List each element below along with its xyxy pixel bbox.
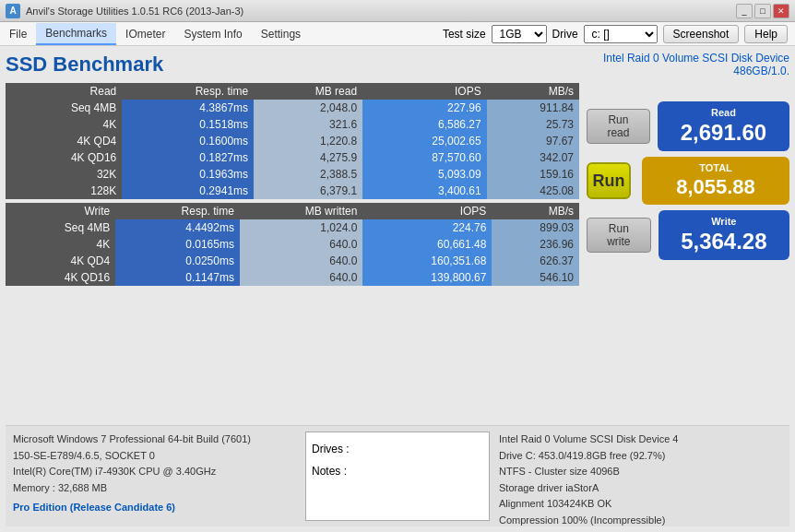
benchmark-area: Read Resp. time MB read IOPS MB/s Seq 4M…	[6, 83, 789, 420]
col-resp-time-read: Resp. time	[122, 83, 254, 100]
total-score-value: 8,055.88	[657, 175, 775, 199]
drive-select[interactable]: c: []	[584, 25, 658, 43]
sys-info-line: 150-SE-E789/4.6.5, SOCKET 0	[13, 448, 296, 465]
write-score-label: Write	[673, 216, 775, 227]
write-score-box: Write 5,364.28	[659, 210, 789, 260]
run-read-button[interactable]: Run read	[587, 109, 650, 144]
test-size-select[interactable]: 1GB	[492, 25, 547, 43]
drive-label: Drive	[552, 28, 578, 41]
ssd-title: SSD Benchmark	[6, 53, 163, 77]
total-container: TOTAL 8,055.88	[642, 157, 789, 205]
device-info-line: Storage driver iaStorA	[499, 480, 782, 497]
right-panel: Run read Read 2,691.60 Run TOTAL 8,055.8…	[587, 83, 789, 420]
write-score-value: 5,364.28	[673, 229, 775, 254]
minimize-button[interactable]: _	[736, 4, 753, 18]
device-info-bottom: Intel Raid 0 Volume SCSI Disk Device 4Dr…	[490, 432, 782, 521]
titlebar-title: Anvil's Storage Utilities 1.0.51 RC6 (20…	[26, 6, 243, 17]
menubar: File Benchmarks IOmeter System Info Sett…	[0, 22, 795, 46]
run-button[interactable]: Run	[587, 162, 631, 199]
drives-notes-box[interactable]: Drives : Notes :	[305, 432, 490, 521]
device-info-line: NTFS - Cluster size 4096B	[499, 464, 782, 480]
table-row: 128K0.2941ms6,379.13,400.61425.08	[6, 183, 579, 199]
col-iops-read: IOPS	[362, 83, 487, 100]
menu-iometer[interactable]: IOmeter	[116, 24, 174, 44]
close-button[interactable]: ✕	[773, 4, 789, 18]
sys-info: Microsoft Windows 7 Professional 64-bit …	[13, 432, 305, 521]
table-row: 4K QD160.1827ms4,275.987,570.60342.07	[6, 149, 579, 166]
read-score-row: Run read Read 2,691.60	[587, 101, 789, 151]
total-score-label: TOTAL	[657, 162, 775, 173]
table-row: 4K QD160.1147ms640.0139,800.67546.10	[6, 269, 579, 286]
read-score-label: Read	[672, 107, 775, 118]
sys-info-line: Memory : 32,688 MB	[13, 480, 296, 497]
table-row: 4K QD40.1600ms1,220.825,002.6597.67	[6, 133, 579, 149]
notes-label: Notes :	[312, 460, 483, 482]
device-info: Intel Raid 0 Volume SCSI Disk Device 486…	[603, 52, 789, 77]
sys-info-lines: Microsoft Windows 7 Professional 64-bit …	[13, 432, 296, 496]
menu-benchmarks[interactable]: Benchmarks	[36, 23, 116, 45]
table-row: 4K QD40.0250ms640.0160,351.68626.37	[6, 253, 579, 269]
device-info-lines: Intel Raid 0 Volume SCSI Disk Device 4Dr…	[499, 432, 782, 529]
titlebar-controls[interactable]: _ □ ✕	[736, 4, 789, 18]
read-score-value: 2,691.60	[672, 120, 775, 146]
titlebar-left: A Anvil's Storage Utilities 1.0.51 RC6 (…	[6, 4, 243, 18]
col-read: Read	[6, 83, 122, 100]
col-iops-write: IOPS	[362, 203, 492, 219]
sys-info-line: Intel(R) Core(TM) i7-4930K CPU @ 3.40GHz	[13, 464, 296, 480]
bottom-bar: Microsoft Windows 7 Professional 64-bit …	[6, 425, 789, 526]
device-info-line: Intel Raid 0 Volume SCSI Disk Device 4	[499, 432, 782, 448]
write-score-row: Run write Write 5,364.28	[587, 210, 789, 260]
maximize-button[interactable]: □	[754, 4, 771, 18]
col-resp-time-write: Resp. time	[115, 203, 240, 219]
menu-system-info[interactable]: System Info	[174, 24, 251, 44]
col-write: Write	[6, 203, 115, 219]
table-row: 4K0.1518ms321.66,586.2725.73	[6, 116, 579, 133]
help-button[interactable]: Help	[744, 25, 788, 43]
col-mbs-write: MB/s	[492, 203, 579, 219]
total-score-box: TOTAL 8,055.88	[642, 157, 789, 205]
ssd-header: SSD Benchmark Intel Raid 0 Volume SCSI D…	[6, 52, 789, 77]
table-row: 32K0.1963ms2,388.55,093.09159.16	[6, 166, 579, 183]
col-mb-read: MB read	[254, 83, 362, 100]
read-score-box: Read 2,691.60	[658, 101, 789, 151]
table-row: Seq 4MB4.4492ms1,024.0224.76899.03	[6, 219, 579, 236]
drives-label: Drives :	[312, 438, 483, 460]
screenshot-button[interactable]: Screenshot	[663, 25, 740, 43]
menu-settings[interactable]: Settings	[252, 24, 310, 44]
table-area: Read Resp. time MB read IOPS MB/s Seq 4M…	[6, 83, 579, 420]
device-info-line: Alignment 103424KB OK	[499, 496, 782, 513]
write-table: Write Resp. time MB written IOPS MB/s Se…	[6, 203, 579, 286]
col-mbs-read: MB/s	[487, 83, 579, 100]
table-row: Seq 4MB4.3867ms2,048.0227.96911.84	[6, 100, 579, 116]
main-content: SSD Benchmark Intel Raid 0 Volume SCSI D…	[0, 46, 795, 532]
read-table: Read Resp. time MB read IOPS MB/s Seq 4M…	[6, 83, 579, 199]
test-size-label: Test size	[443, 28, 486, 41]
sys-info-line: Microsoft Windows 7 Professional 64-bit …	[13, 432, 296, 448]
menu-file[interactable]: File	[0, 24, 36, 44]
toolbar-right: Test size 1GB Drive c: [] Screenshot Hel…	[443, 25, 795, 43]
pro-edition: Pro Edition (Release Candidate 6)	[13, 500, 296, 516]
titlebar: A Anvil's Storage Utilities 1.0.51 RC6 (…	[0, 0, 795, 22]
table-row: 4K0.0165ms640.060,661.48236.96	[6, 236, 579, 253]
device-info-line: Drive C: 453.0/419.8GB free (92.7%)	[499, 448, 782, 465]
run-write-button[interactable]: Run write	[587, 218, 651, 253]
app-icon: A	[6, 4, 20, 18]
col-mb-written: MB written	[240, 203, 362, 219]
device-info-line: Compression 100% (Incompressible)	[499, 513, 782, 529]
run-total-row: Run TOTAL 8,055.88	[587, 157, 789, 205]
